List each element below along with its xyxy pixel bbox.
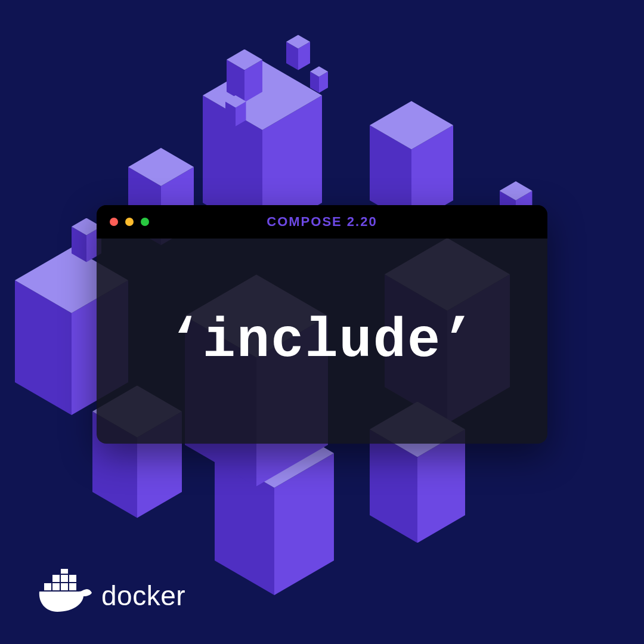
svg-rect-3 bbox=[69, 583, 76, 590]
brand-name: docker bbox=[101, 582, 185, 612]
docker-logo: docker bbox=[36, 569, 185, 612]
terminal-body: ‘include’ bbox=[97, 239, 547, 444]
window-controls bbox=[110, 218, 149, 226]
code-text: ‘include’ bbox=[169, 310, 476, 373]
zoom-icon[interactable] bbox=[141, 218, 149, 226]
minimize-icon[interactable] bbox=[125, 218, 134, 226]
svg-rect-0 bbox=[44, 583, 51, 590]
svg-rect-7 bbox=[61, 569, 68, 574]
terminal-title: COMPOSE 2.20 bbox=[97, 214, 547, 230]
svg-rect-1 bbox=[52, 583, 60, 590]
svg-rect-5 bbox=[61, 575, 68, 582]
docker-whale-icon bbox=[36, 569, 95, 612]
svg-rect-4 bbox=[52, 575, 60, 582]
svg-rect-2 bbox=[61, 583, 68, 590]
close-icon[interactable] bbox=[110, 218, 118, 226]
svg-rect-6 bbox=[69, 575, 76, 582]
terminal-titlebar: COMPOSE 2.20 bbox=[97, 205, 547, 239]
terminal-window: COMPOSE 2.20 ‘include’ bbox=[97, 205, 547, 444]
